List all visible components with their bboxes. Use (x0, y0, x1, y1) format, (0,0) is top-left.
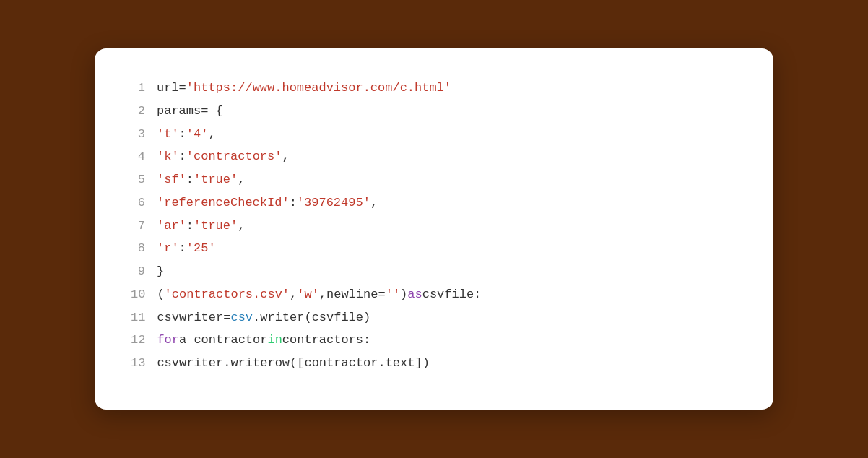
token: , (238, 169, 245, 191)
code-line: 1url = 'https://www.homeadvisor.com/c.ht… (131, 77, 737, 99)
line-content: 'r': '25' (157, 238, 216, 259)
code-line: 2params = { (131, 100, 737, 122)
token: in (267, 329, 282, 351)
line-content: 'k': 'contractors', (157, 146, 290, 168)
token: 'sf' (157, 169, 186, 191)
token: : (179, 124, 186, 145)
token: 'w' (297, 284, 319, 306)
token: = (223, 307, 230, 329)
line-number: 7 (131, 215, 157, 237)
token: newline (326, 284, 378, 306)
token: : (179, 146, 186, 168)
line-number: 3 (131, 124, 157, 145)
token: ( (157, 284, 164, 306)
code-line: 4 'k': 'contractors', (131, 146, 737, 168)
token: '4' (186, 124, 209, 145)
token: : (186, 215, 194, 237)
token: csv (230, 307, 253, 329)
token: 'contractors.csv' (165, 284, 290, 306)
token: 'contractors' (186, 146, 282, 168)
token: 'k' (157, 146, 179, 168)
code-line: 6 'referenceCheckId': '39762495', (131, 192, 737, 214)
token: 't' (157, 124, 179, 145)
token: ) (400, 284, 407, 306)
line-number: 2 (131, 100, 157, 122)
line-content: csvwriter = csv.writer(csvfile) (157, 307, 370, 329)
token: 'true' (194, 169, 238, 191)
token: '' (386, 284, 400, 306)
token: .writer(csvfile) (253, 307, 370, 329)
token: as (407, 284, 422, 306)
code-line: 3 't': '4', (131, 124, 737, 145)
line-number: 10 (131, 284, 157, 306)
code-line: 9} (131, 261, 737, 282)
code-line: 7 'ar': 'true', (131, 215, 737, 237)
token: , (208, 124, 215, 145)
token: = (378, 284, 385, 306)
code-line: 10('contractors.csv', 'w', newline='') a… (131, 284, 737, 306)
line-number: 8 (131, 238, 157, 259)
token: , (290, 284, 297, 306)
line-content: } (157, 261, 164, 282)
token: : (186, 169, 194, 191)
token: } (157, 261, 164, 282)
token: 'r' (157, 238, 179, 259)
line-number: 1 (131, 77, 157, 99)
token: '39762495' (297, 192, 370, 214)
line-content: csvwriter.writerow([contractor.text]) (157, 353, 429, 374)
token: : (290, 192, 297, 214)
token: 'https://www.homeadvisor.com/c.html' (186, 77, 451, 99)
token: 'true' (194, 215, 238, 237)
token: contractors: (282, 329, 370, 351)
token: 'ar' (157, 215, 186, 237)
token: = { (201, 100, 223, 122)
line-content: 'sf': 'true', (157, 169, 245, 191)
line-number: 12 (131, 329, 157, 351)
line-content: 'ar': 'true', (157, 215, 245, 237)
code-line: 5 'sf': 'true', (131, 169, 737, 191)
token: , (238, 215, 245, 237)
code-block: 1url = 'https://www.homeadvisor.com/c.ht… (131, 77, 737, 374)
token: params (157, 100, 201, 122)
token: csvwriter.writerow([contractor.text]) (157, 353, 429, 374)
line-content: params = { (157, 100, 223, 122)
line-number: 11 (131, 307, 157, 329)
token: a contractor (179, 329, 267, 351)
line-number: 6 (131, 192, 157, 214)
token: , (370, 192, 378, 214)
line-number: 5 (131, 169, 157, 191)
line-content: url = 'https://www.homeadvisor.com/c.htm… (157, 77, 451, 99)
code-line: 13 csvwriter.writerow([contractor.text]) (131, 353, 737, 374)
line-content: 'referenceCheckId': '39762495', (157, 192, 378, 214)
line-content: ('contractors.csv', 'w', newline='') as … (157, 284, 481, 306)
line-content: 't': '4', (157, 124, 216, 145)
token: : (179, 238, 186, 259)
token: = (179, 77, 186, 99)
token: for (157, 329, 179, 351)
line-number: 13 (131, 353, 157, 374)
code-line: 8 'r': '25' (131, 238, 737, 259)
line-content: for a contractor in contractors: (157, 329, 370, 351)
code-line: 11 csvwriter = csv.writer(csvfile) (131, 307, 737, 329)
code-card: 1url = 'https://www.homeadvisor.com/c.ht… (95, 48, 773, 410)
token: csvwriter (157, 307, 223, 329)
token: , (319, 284, 326, 306)
line-number: 4 (131, 146, 157, 168)
token: 'referenceCheckId' (157, 192, 290, 214)
line-number: 9 (131, 261, 157, 282)
token: csvfile: (422, 284, 482, 306)
token: '25' (186, 238, 216, 259)
token: , (282, 146, 289, 168)
code-line: 12 for a contractor in contractors: (131, 329, 737, 351)
token: url (157, 77, 179, 99)
